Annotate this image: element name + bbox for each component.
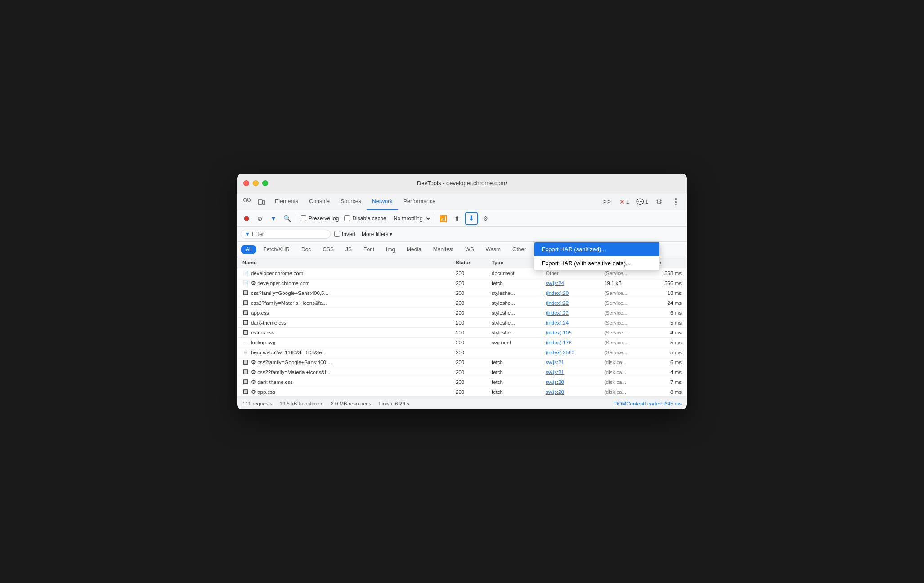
export-har-sensitive-item[interactable]: Export HAR (with sensitive data)... xyxy=(534,256,659,270)
row-initiator-3[interactable]: (index):22 xyxy=(544,300,602,306)
row-type-10: fetch xyxy=(490,369,544,375)
invert-label[interactable]: Invert xyxy=(334,231,355,237)
row-initiator-8[interactable]: (index):2580 xyxy=(544,349,602,356)
type-filter-ws[interactable]: WS xyxy=(460,245,479,254)
filter-button[interactable]: ▼ xyxy=(268,213,279,224)
row-name-8: ≋ hero.webp?w=1160&h=608&fet... xyxy=(241,349,454,356)
img-icon: — xyxy=(242,339,249,346)
upload-button[interactable]: ⬆ xyxy=(451,213,463,224)
table-row[interactable]: 🔲 ⚙ css2?family=Material+Icons&f... 200 … xyxy=(237,367,687,377)
table-row[interactable]: 🔲 css?family=Google+Sans:400,5... 200 st… xyxy=(237,288,687,298)
row-initiator-5[interactable]: (index):24 xyxy=(544,320,602,326)
row-time-9: 6 ms xyxy=(647,359,683,365)
settings-icon: ⚙ xyxy=(483,215,489,222)
warn-badge-button[interactable]: 💬 1 xyxy=(633,197,651,206)
row-name-11: 🔲 ⚙ dark-theme.css xyxy=(241,378,454,386)
row-initiator-7[interactable]: (index):176 xyxy=(544,339,602,346)
disable-cache-checkbox[interactable] xyxy=(344,215,350,221)
row-time-8: 5 ms xyxy=(647,349,683,356)
row-initiator-6[interactable]: (index):105 xyxy=(544,329,602,336)
row-size-8: (Service... xyxy=(602,349,647,356)
table-row[interactable]: 📄 ⚙ developer.chrome.com 200 fetch sw.js… xyxy=(237,278,687,288)
wifi-icon-button[interactable]: 📶 xyxy=(438,213,449,224)
throttle-select[interactable]: No throttling xyxy=(390,214,432,223)
type-filter-all[interactable]: All xyxy=(241,245,256,254)
table-row[interactable]: 🔲 ⚙ css?family=Google+Sans:400,... 200 f… xyxy=(237,357,687,367)
row-initiator-4[interactable]: (index):22 xyxy=(544,310,602,316)
row-status-12: 200 xyxy=(454,389,490,395)
traffic-lights xyxy=(243,180,268,186)
row-status-10: 200 xyxy=(454,369,490,375)
maximize-button[interactable] xyxy=(262,180,268,186)
type-filter-js[interactable]: JS xyxy=(341,245,357,254)
type-filter-doc[interactable]: Doc xyxy=(296,245,316,254)
invert-checkbox[interactable] xyxy=(334,231,340,237)
type-filter-fetch-xhr[interactable]: Fetch/XHR xyxy=(258,245,295,254)
col-status[interactable]: Status xyxy=(454,259,490,266)
row-type-11: fetch xyxy=(490,379,544,385)
row-status-5: 200 xyxy=(454,320,490,326)
preserve-log-label[interactable]: Preserve log xyxy=(299,215,341,222)
row-type-0: document xyxy=(490,270,544,276)
inspect-element-icon[interactable] xyxy=(241,196,253,208)
clear-icon: ⊘ xyxy=(257,215,263,222)
row-status-2: 200 xyxy=(454,290,490,296)
disable-cache-label[interactable]: Disable cache xyxy=(342,215,388,222)
table-row[interactable]: 🔲 css2?family=Material+Icons&fa... 200 s… xyxy=(237,298,687,308)
clear-button[interactable]: ⊘ xyxy=(254,213,266,224)
error-badge-button[interactable]: ✕ 1 xyxy=(617,197,632,206)
table-row[interactable]: 🔲 app.css 200 styleshe... (index):22 (Se… xyxy=(237,308,687,318)
filter-input[interactable] xyxy=(252,231,315,237)
row-time-1: 566 ms xyxy=(647,280,683,286)
more-options-button[interactable]: ⋮ xyxy=(669,196,682,208)
table-row[interactable]: 🔲 ⚙ app.css 200 fetch sw.js:20 (disk ca.… xyxy=(237,387,687,397)
filter-icon: ▼ xyxy=(270,215,277,222)
table-row[interactable]: ≋ hero.webp?w=1160&h=608&fet... 200 (ind… xyxy=(237,347,687,357)
type-filter-img[interactable]: Img xyxy=(381,245,400,254)
record-stop-button[interactable]: ⏺ xyxy=(241,213,252,224)
row-initiator-11[interactable]: sw.js:20 xyxy=(544,379,602,385)
tab-sources[interactable]: Sources xyxy=(335,193,367,210)
table-row[interactable]: 🔲 ⚙ dark-theme.css 200 fetch sw.js:20 (d… xyxy=(237,377,687,387)
tab-performance[interactable]: Performance xyxy=(398,193,441,210)
doc-icon: 📄 xyxy=(242,270,249,276)
wifi-icon: 📶 xyxy=(440,215,447,222)
type-filter-media[interactable]: Media xyxy=(402,245,426,254)
network-settings-button[interactable]: ⚙ xyxy=(480,213,492,224)
export-har-sanitized-item[interactable]: Export HAR (sanitized)... xyxy=(534,242,659,256)
warn-icon: 💬 xyxy=(636,198,644,205)
search-icon: 🔍 xyxy=(283,215,291,222)
row-initiator-1[interactable]: sw.js:24 xyxy=(544,280,602,286)
row-type-5: styleshe... xyxy=(490,320,544,326)
row-size-0: (Service... xyxy=(602,270,647,276)
more-tabs-button[interactable]: >> xyxy=(601,196,613,208)
row-initiator-9[interactable]: sw.js:21 xyxy=(544,359,602,365)
settings-icon-button[interactable]: ⚙ xyxy=(653,196,665,208)
table-row[interactable]: 🔲 dark-theme.css 200 styleshe... (index)… xyxy=(237,318,687,328)
close-button[interactable] xyxy=(243,180,249,186)
row-type-6: styleshe... xyxy=(490,329,544,336)
download-har-button[interactable]: ⬇ xyxy=(465,212,478,225)
type-filter-other[interactable]: Other xyxy=(507,245,531,254)
svg-rect-1 xyxy=(247,199,250,201)
type-filter-font[interactable]: Font xyxy=(359,245,379,254)
table-row[interactable]: — lockup.svg 200 svg+xml (index):176 (Se… xyxy=(237,338,687,347)
col-name[interactable]: Name xyxy=(241,259,454,266)
more-filters-button[interactable]: More filters ▾ xyxy=(359,230,395,238)
preserve-log-checkbox[interactable] xyxy=(301,215,306,221)
row-initiator-12[interactable]: sw.js:20 xyxy=(544,389,602,395)
tab-elements[interactable]: Elements xyxy=(269,193,304,210)
tab-network[interactable]: Network xyxy=(367,193,398,210)
type-filter-wasm[interactable]: Wasm xyxy=(481,245,506,254)
device-toolbar-icon[interactable] xyxy=(255,196,268,208)
row-name-3: 🔲 css2?family=Material+Icons&fa... xyxy=(241,299,454,307)
search-button[interactable]: 🔍 xyxy=(281,213,293,224)
row-type-2: styleshe... xyxy=(490,290,544,296)
table-row[interactable]: 🔲 extras.css 200 styleshe... (index):105… xyxy=(237,328,687,338)
type-filter-manifest[interactable]: Manifest xyxy=(428,245,458,254)
row-initiator-10[interactable]: sw.js:21 xyxy=(544,369,602,375)
minimize-button[interactable] xyxy=(253,180,259,186)
type-filter-css[interactable]: CSS xyxy=(318,245,339,254)
row-initiator-2[interactable]: (index):20 xyxy=(544,290,602,296)
tab-console[interactable]: Console xyxy=(304,193,335,210)
